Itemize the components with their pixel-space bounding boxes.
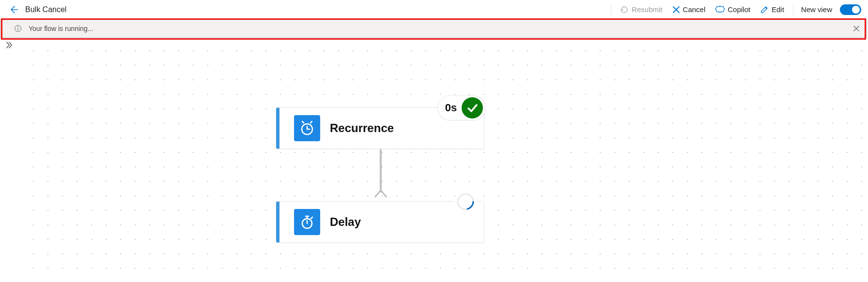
copilot-label: Copilot [728, 5, 750, 14]
copilot-button[interactable]: Copilot [714, 3, 751, 16]
stopwatch-icon [294, 209, 320, 235]
banner-message: Your flow is running... [29, 25, 93, 32]
new-view-label: New view [801, 5, 832, 14]
clock-recurrence-icon [294, 115, 320, 141]
edit-label: Edit [772, 5, 784, 14]
node-recurrence[interactable]: 0s Recurrence [276, 107, 484, 149]
resubmit-label: Resubmit [632, 5, 662, 14]
svg-point-1 [17, 27, 18, 28]
edit-button[interactable]: Edit [759, 3, 785, 16]
cancel-label: Cancel [683, 5, 706, 14]
success-check-icon [462, 97, 483, 119]
refresh-icon [620, 5, 629, 14]
separator [611, 4, 611, 15]
separator [793, 4, 793, 15]
flow-connector [380, 149, 382, 193]
status-banner: Your flow is running... [0, 19, 867, 38]
duration-text: 0s [445, 102, 457, 114]
pencil-icon [760, 5, 769, 14]
toolbar: Bulk Cancel Resubmit Cancel Copilot Ed [0, 0, 868, 19]
cancel-button[interactable]: Cancel [671, 3, 707, 15]
banner-close-icon[interactable] [853, 25, 860, 32]
back-arrow-icon[interactable] [9, 5, 18, 15]
running-spinner-icon [454, 190, 477, 213]
copilot-icon [715, 5, 725, 14]
status-badge: 0s [437, 95, 486, 120]
new-view-toggle[interactable] [840, 4, 861, 15]
node-delay[interactable]: Delay [276, 201, 484, 243]
svg-rect-2 [17, 28, 18, 30]
page-title: Bulk Cancel [25, 5, 66, 14]
arrow-part [381, 190, 388, 198]
resubmit-button: Resubmit [619, 3, 663, 16]
node-label: Delay [330, 215, 361, 229]
node-label: Recurrence [330, 121, 394, 135]
arrow-part [374, 190, 381, 198]
info-icon [14, 25, 22, 32]
close-icon [672, 6, 680, 14]
designer-canvas[interactable]: 0s Recurrence Delay [22, 38, 868, 282]
expand-panel-icon[interactable] [5, 41, 14, 49]
designer-canvas-wrap: 0s Recurrence Delay [0, 38, 868, 282]
